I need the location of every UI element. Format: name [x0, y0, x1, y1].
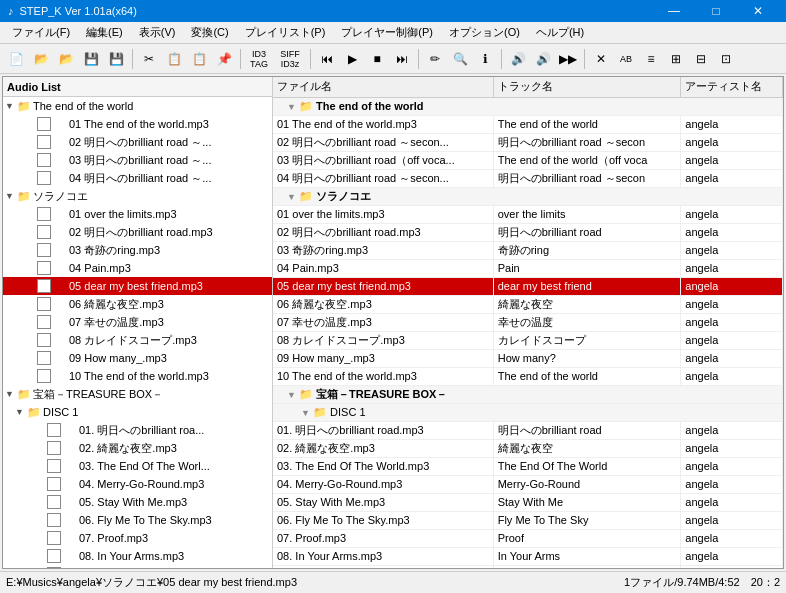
tree-item-s5[interactable]: 05 dear my best friend.mp3 — [3, 277, 272, 295]
expand-icon-disc1[interactable]: ▼ — [15, 407, 27, 417]
check-s4[interactable] — [37, 261, 51, 275]
table-row[interactable]: 03. The End Of The World.mp3The End Of T… — [273, 457, 783, 475]
tree-item-d6[interactable]: 06. Fly Me To The Sky.mp3 — [3, 511, 272, 529]
table-row[interactable]: 10 The end of the world.mp3The end of th… — [273, 367, 783, 385]
col-trackname[interactable]: トラック名 — [493, 77, 681, 97]
tree-item-s6[interactable]: 06 綺麗な夜空.mp3 — [3, 295, 272, 313]
table-row[interactable]: 05 dear my best friend.mp3dear my best f… — [273, 277, 783, 295]
tb-copy[interactable]: 📋 — [162, 47, 186, 71]
tb-copy2[interactable]: 📋 — [187, 47, 211, 71]
tree-item-s2[interactable]: 02 明日へのbrilliant road.mp3 — [3, 223, 272, 241]
tree-panel[interactable]: Audio List ▼📁The end of the world01 The … — [3, 77, 273, 568]
menu-view[interactable]: 表示(V) — [131, 22, 184, 44]
tb-new[interactable]: 📄 — [4, 47, 28, 71]
table-row[interactable]: 02. 綺麗な夜空.mp3綺麗な夜空angela — [273, 439, 783, 457]
check-d6[interactable] — [47, 513, 61, 527]
tree-item-s7[interactable]: 07 幸せの温度.mp3 — [3, 313, 272, 331]
maximize-button[interactable]: □ — [696, 0, 736, 22]
col-artist[interactable]: アーティスト名 — [681, 77, 783, 97]
table-row[interactable]: 09 How many_.mp3How many?angela — [273, 349, 783, 367]
tree-item-d2[interactable]: 02. 綺麗な夜空.mp3 — [3, 439, 272, 457]
tree-item-root2[interactable]: ▼📁ソラノコエ — [3, 187, 272, 205]
tree-item-d5[interactable]: 05. Stay With Me.mp3 — [3, 493, 272, 511]
check-t1[interactable] — [37, 117, 51, 131]
menu-edit[interactable]: 編集(E) — [78, 22, 131, 44]
col-filename[interactable]: ファイル名 — [273, 77, 493, 97]
tb-prev[interactable]: ⏮ — [315, 47, 339, 71]
tree-item-disc1[interactable]: ▼📁DISC 1 — [3, 403, 272, 421]
check-t4[interactable] — [37, 171, 51, 185]
tb-info[interactable]: ℹ — [473, 47, 497, 71]
check-s2[interactable] — [37, 225, 51, 239]
check-d5[interactable] — [47, 495, 61, 509]
check-s3[interactable] — [37, 243, 51, 257]
check-s8[interactable] — [37, 333, 51, 347]
table-row[interactable]: 08 カレイドスコープ.mp3カレイドスコープangela — [273, 331, 783, 349]
tb-edit[interactable]: ✏ — [423, 47, 447, 71]
table-row[interactable]: 02 明日へのbrilliant road.mp3明日へのbrilliant r… — [273, 223, 783, 241]
tb-cut[interactable]: ✂ — [137, 47, 161, 71]
tb-play[interactable]: ▶ — [340, 47, 364, 71]
tree-item-d4[interactable]: 04. Merry-Go-Round.mp3 — [3, 475, 272, 493]
tb-vol[interactable]: 🔊 — [506, 47, 530, 71]
check-d4[interactable] — [47, 477, 61, 491]
tb-ab[interactable]: AB — [614, 47, 638, 71]
table-row[interactable]: 01. 明日へのbrilliant road.mp3明日へのbrilliant … — [273, 421, 783, 439]
tree-item-s4[interactable]: 04 Pain.mp3 — [3, 259, 272, 277]
expand-icon-root1[interactable]: ▼ — [5, 101, 17, 111]
tree-item-d9[interactable]: 09. Shangri-La.mp3 — [3, 565, 272, 568]
tree-item-s9[interactable]: 09 How many_.mp3 — [3, 349, 272, 367]
table-row[interactable]: 02 明日へのbrilliant road ～secon...明日へのbrill… — [273, 133, 783, 151]
tb-stop[interactable]: ■ — [365, 47, 389, 71]
tb-paste[interactable]: 📌 — [212, 47, 236, 71]
check-d3[interactable] — [47, 459, 61, 473]
table-row[interactable]: 06. Fly Me To The Sky.mp3Fly Me To The S… — [273, 511, 783, 529]
table-row[interactable]: 07. Proof.mp3Proofangela — [273, 529, 783, 547]
tree-item-root3[interactable]: ▼📁宝箱－TREASURE BOX－ — [3, 385, 272, 403]
check-d8[interactable] — [47, 549, 61, 563]
table-row[interactable]: 01 The end of the world.mp3The end of th… — [273, 115, 783, 133]
tb-vol2[interactable]: 🔊 — [531, 47, 555, 71]
tb-opt2[interactable]: ⊟ — [689, 47, 713, 71]
check-t3[interactable] — [37, 153, 51, 167]
tb-open[interactable]: 📂 — [29, 47, 53, 71]
table-row[interactable]: 05. Stay With Me.mp3Stay With Meangela — [273, 493, 783, 511]
table-row[interactable]: 06 綺麗な夜空.mp3綺麗な夜空angela — [273, 295, 783, 313]
menu-options[interactable]: オプション(O) — [441, 22, 528, 44]
check-s5[interactable] — [37, 279, 51, 293]
check-d9[interactable] — [47, 567, 61, 568]
table-row[interactable]: 04 Pain.mp3Painangela — [273, 259, 783, 277]
tb-save2[interactable]: 💾 — [104, 47, 128, 71]
tree-item-d1[interactable]: 01. 明日へのbrilliant roa... — [3, 421, 272, 439]
tb-next[interactable]: ⏭ — [390, 47, 414, 71]
tb-delete[interactable]: ✕ — [589, 47, 613, 71]
expand-icon-root2[interactable]: ▼ — [5, 191, 17, 201]
table-panel[interactable]: ファイル名 トラック名 アーティスト名 ▼ 📁 The end of the w… — [273, 77, 783, 568]
check-s9[interactable] — [37, 351, 51, 365]
check-d2[interactable] — [47, 441, 61, 455]
tb-open2[interactable]: 📂 — [54, 47, 78, 71]
table-row[interactable]: 07 幸せの温度.mp3幸せの温度angela — [273, 313, 783, 331]
tree-item-d3[interactable]: 03. The End Of The Worl... — [3, 457, 272, 475]
check-t2[interactable] — [37, 135, 51, 149]
tree-item-t1[interactable]: 01 The end of the world.mp3 — [3, 115, 272, 133]
tree-item-t2[interactable]: 02 明日へのbrilliant road ～... — [3, 133, 272, 151]
tb-opt3[interactable]: ⊡ — [714, 47, 738, 71]
table-row[interactable]: 09. Shangri-La.mp3Shangri-Laangela — [273, 565, 783, 568]
tb-tag1[interactable]: ID3TAG — [245, 47, 273, 71]
tb-opt1[interactable]: ⊞ — [664, 47, 688, 71]
tree-item-s1[interactable]: 01 over the limits.mp3 — [3, 205, 272, 223]
minimize-button[interactable]: — — [654, 0, 694, 22]
tree-item-t3[interactable]: 03 明日へのbrilliant road ～... — [3, 151, 272, 169]
table-row[interactable]: 04 明日へのbrilliant road ～secon...明日へのbrill… — [273, 169, 783, 187]
menu-player[interactable]: プレイヤー制御(P) — [333, 22, 441, 44]
tb-vol3[interactable]: ▶▶ — [556, 47, 580, 71]
check-s1[interactable] — [37, 207, 51, 221]
tree-item-d7[interactable]: 07. Proof.mp3 — [3, 529, 272, 547]
check-d1[interactable] — [47, 423, 61, 437]
tb-tag2[interactable]: SIFFID3z — [274, 47, 306, 71]
table-row[interactable]: 08. In Your Arms.mp3In Your Armsangela — [273, 547, 783, 565]
tree-item-d8[interactable]: 08. In Your Arms.mp3 — [3, 547, 272, 565]
check-s6[interactable] — [37, 297, 51, 311]
check-s10[interactable] — [37, 369, 51, 383]
